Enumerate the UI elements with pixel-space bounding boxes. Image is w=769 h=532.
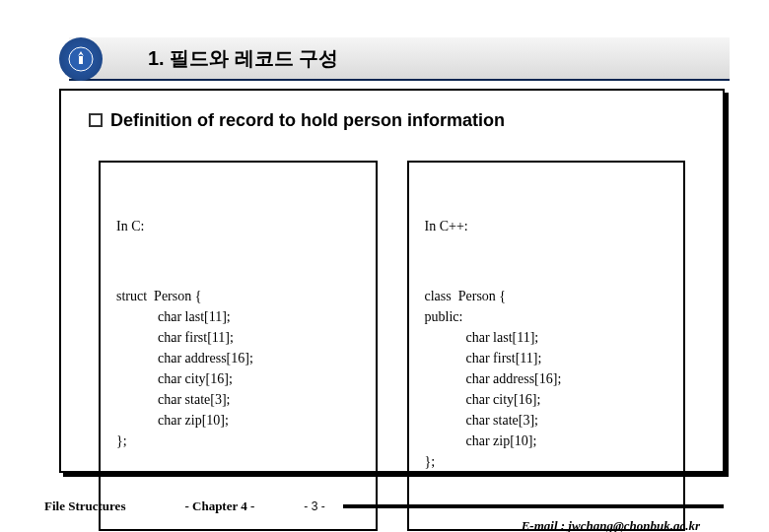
- c-code: struct Person { char last[11]; char firs…: [116, 286, 360, 451]
- svg-rect-1: [79, 56, 83, 64]
- cpp-label: In C++:: [425, 216, 668, 236]
- footer-divider: [343, 504, 724, 508]
- university-logo-icon: [59, 37, 103, 81]
- slide-header: 1. 필드와 레코드 구성: [69, 37, 730, 81]
- code-row: In C: struct Person { char last[11]; cha…: [89, 161, 695, 531]
- c-code-box: In C: struct Person { char last[11]; cha…: [99, 161, 378, 531]
- footer-page: - 3 -: [304, 499, 324, 513]
- slide-title: 1. 필드와 레코드 구성: [148, 45, 338, 72]
- cpp-code: class Person { public: char last[11]; ch…: [425, 286, 668, 472]
- slide-footer: File Structures - Chapter 4 - - 3 -: [44, 499, 730, 514]
- content-panel: Definition of record to hold person info…: [59, 89, 725, 473]
- cpp-code-box: In C++: class Person { public: char last…: [407, 161, 686, 531]
- square-bullet-icon: [89, 113, 103, 127]
- bullet-text: Definition of record to hold person info…: [110, 110, 505, 131]
- footer-title: File Structures: [44, 499, 125, 514]
- footer-email: E-mail : jwchang@chonbuk.ac.kr: [522, 518, 700, 532]
- bullet-item: Definition of record to hold person info…: [89, 110, 695, 131]
- c-label: In C:: [116, 216, 360, 236]
- footer-chapter: - Chapter 4 -: [184, 499, 254, 514]
